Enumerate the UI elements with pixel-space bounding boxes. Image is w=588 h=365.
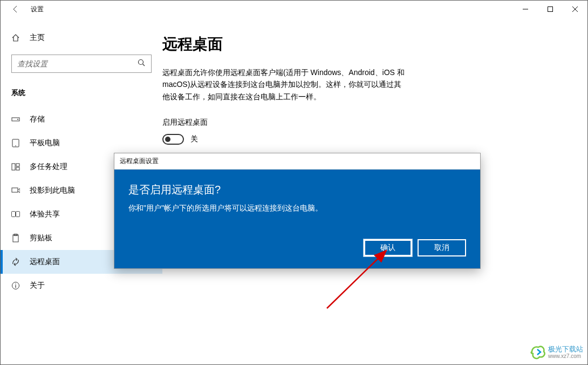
- toggle-state-label: 关: [190, 134, 198, 144]
- svg-rect-15: [16, 212, 19, 217]
- sidebar-item-about[interactable]: 关于: [1, 274, 162, 298]
- svg-point-19: [15, 283, 16, 285]
- maximize-button[interactable]: [538, 1, 563, 18]
- watermark: 极光下载站 www.xz7.com: [530, 344, 583, 360]
- home-label: 主页: [30, 33, 45, 43]
- cancel-button[interactable]: 取消: [418, 239, 466, 256]
- multitask-icon: [11, 163, 20, 171]
- close-button[interactable]: [563, 1, 587, 18]
- dialog-header: 远程桌面设置: [114, 153, 480, 170]
- sidebar-item-tablet[interactable]: 平板电脑: [1, 131, 162, 155]
- page-title: 远程桌面: [162, 34, 571, 55]
- remote-desktop-icon: [11, 258, 20, 266]
- back-button[interactable]: [10, 4, 21, 15]
- sidebar-item-label: 多任务处理: [30, 162, 67, 172]
- sidebar-item-storage[interactable]: 存储: [1, 107, 162, 131]
- window-controls: [513, 1, 587, 18]
- search-icon: [137, 58, 146, 69]
- svg-rect-13: [12, 188, 18, 192]
- svg-point-9: [15, 145, 16, 146]
- watermark-logo-icon: [530, 344, 546, 360]
- storage-icon: [11, 115, 20, 124]
- confirm-button[interactable]: 确认: [364, 239, 412, 256]
- shared-icon: [11, 210, 20, 219]
- svg-rect-1: [548, 7, 553, 12]
- svg-point-4: [139, 60, 143, 65]
- page-description: 远程桌面允许你使用远程桌面客户端(适用于 Windows、Android、iOS…: [162, 66, 405, 103]
- sidebar-item-label: 远程桌面: [30, 257, 60, 267]
- about-icon: [11, 281, 20, 290]
- dialog-title: 是否启用远程桌面?: [128, 182, 466, 197]
- home-icon: [11, 33, 20, 42]
- svg-rect-10: [12, 164, 15, 170]
- dialog-text: 你和"用户"帐户下的所选用户将可以远程连接到这台电脑。: [128, 204, 466, 213]
- minimize-button[interactable]: [513, 1, 538, 18]
- confirmation-dialog: 远程桌面设置 是否启用远程桌面? 你和"用户"帐户下的所选用户将可以远程连接到这…: [114, 153, 481, 269]
- titlebar: 设置: [1, 1, 587, 18]
- search-input[interactable]: [17, 59, 137, 68]
- svg-rect-14: [11, 212, 15, 217]
- sidebar-item-label: 平板电脑: [30, 138, 60, 148]
- sidebar-item-label: 存储: [30, 114, 45, 124]
- svg-rect-11: [16, 164, 19, 166]
- clipboard-icon: [11, 234, 20, 242]
- sidebar-item-label: 剪贴板: [30, 233, 52, 243]
- svg-line-5: [143, 64, 145, 66]
- window-title: 设置: [31, 5, 44, 14]
- category-label: 系统: [1, 83, 162, 107]
- home-link[interactable]: 主页: [1, 29, 162, 47]
- sidebar-item-label: 体验共享: [30, 209, 60, 219]
- search-box[interactable]: [11, 55, 152, 73]
- sidebar-item-label: 投影到此电脑: [30, 186, 75, 195]
- svg-point-7: [17, 119, 18, 120]
- toggle-section-label: 启用远程桌面: [162, 118, 571, 127]
- svg-rect-12: [16, 167, 19, 170]
- toggle-knob: [165, 137, 170, 142]
- watermark-url: www.xz7.com: [548, 353, 583, 359]
- tablet-icon: [11, 139, 20, 147]
- sidebar-item-label: 关于: [30, 281, 45, 290]
- watermark-text: 极光下载站: [548, 345, 583, 354]
- enable-remote-toggle[interactable]: [162, 134, 184, 145]
- project-icon: [11, 186, 20, 195]
